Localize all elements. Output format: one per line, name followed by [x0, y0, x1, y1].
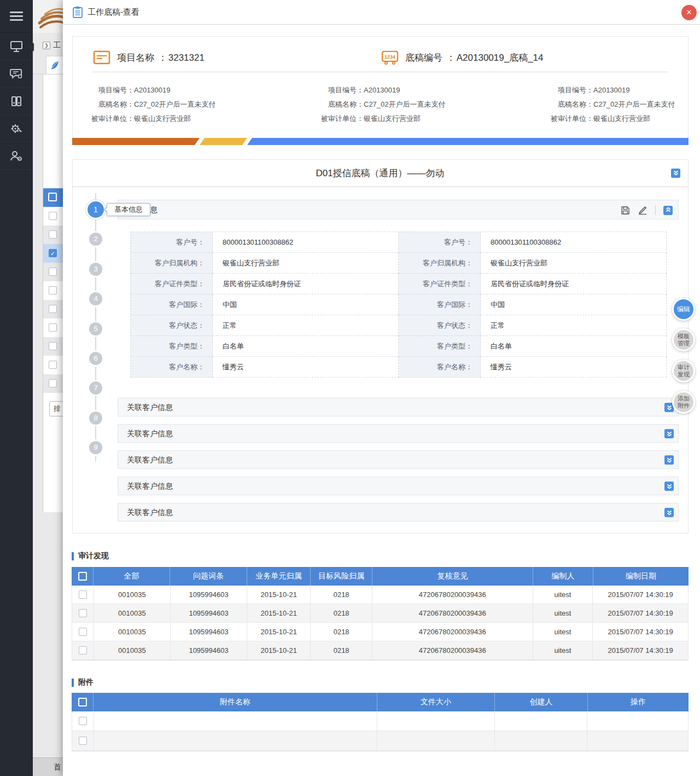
sidebar-item-settings[interactable] [0, 115, 33, 142]
section-collapse-button[interactable] [663, 206, 673, 215]
row-checkbox[interactable] [79, 717, 87, 725]
audit-table: 全部问题词条业务单元归属目标风险归属复核意见编制人编制日期00100351095… [72, 567, 689, 661]
background-row[interactable] [43, 281, 63, 300]
field-label: 客户类型： [399, 336, 481, 357]
info-value: 银雀山支行营业部 [593, 112, 650, 126]
row-checkbox-cell [72, 731, 94, 751]
field-value: 800001301100308862 [213, 232, 399, 253]
pager-first-button[interactable]: 首 [54, 762, 61, 772]
info-row: 项目编号：A20130019 [82, 83, 312, 97]
background-row[interactable] [43, 374, 63, 393]
field-label: 客户名称： [399, 357, 481, 378]
cell: uitest [533, 604, 593, 623]
project-name: 项目名称 ：3231321 [117, 51, 205, 64]
sidebar-item-workspace[interactable] [0, 33, 33, 60]
sidebar-item-archives[interactable] [0, 88, 33, 115]
info-colon: ： [586, 83, 593, 97]
sidebar-item-users[interactable] [0, 142, 33, 170]
expand-button[interactable] [664, 508, 674, 517]
info-row: 被审计单位：银雀山支行营业部 [541, 112, 678, 126]
row-checkbox[interactable] [49, 230, 57, 239]
row-checkbox[interactable] [79, 590, 87, 599]
expand-button[interactable] [664, 429, 674, 438]
step-6[interactable]: 6 [89, 352, 102, 365]
background-row[interactable] [43, 225, 63, 244]
save-button[interactable] [621, 206, 630, 215]
collapsed-sections: 关联客户信息关联客户信息关联客户信息关联客户信息关联客户信息 [118, 398, 679, 529]
cell: 0218 [311, 641, 372, 660]
row-checkbox[interactable]: ✓ [49, 249, 57, 257]
collapsed-section-bar[interactable]: 关联客户信息 [118, 424, 679, 443]
expand-button[interactable] [664, 482, 674, 491]
step-3[interactable]: 3 [89, 263, 102, 276]
background-row[interactable] [43, 300, 63, 318]
form-collapse-button[interactable] [671, 169, 680, 178]
field-colon: ： [197, 341, 205, 351]
field-colon: ： [465, 258, 472, 268]
select-all-checkbox[interactable] [48, 193, 57, 201]
background-table-header [43, 188, 63, 207]
field-colon: ： [197, 258, 205, 268]
cell: uitest [533, 641, 593, 660]
fab-audit[interactable]: 审计发现 [672, 360, 695, 383]
menu-toggle-button[interactable] [0, 0, 33, 33]
select-all-checkbox[interactable] [78, 572, 87, 581]
background-row[interactable] [43, 356, 63, 374]
step-8[interactable]: 8 [89, 412, 102, 425]
edit-button[interactable] [638, 205, 648, 215]
collapsed-section-bar[interactable]: 关联客户信息 [118, 450, 679, 469]
row-checkbox[interactable] [79, 737, 87, 745]
background-row[interactable] [43, 207, 63, 225]
sidebar-item-messages[interactable] [0, 60, 33, 88]
row-checkbox[interactable] [79, 628, 87, 636]
header-cell: 全部 [94, 567, 170, 586]
collapsed-section-bar[interactable]: 关联客户信息 [118, 503, 679, 522]
background-row[interactable] [43, 337, 63, 356]
step-7[interactable]: 7 [89, 381, 102, 395]
select-all-checkbox[interactable] [78, 698, 87, 706]
row-checkbox[interactable] [49, 323, 57, 332]
user-gear-icon [10, 150, 23, 162]
header-cell: 目标风险归属 [311, 567, 372, 586]
collapsed-section-bar[interactable]: 关联客户信息 [118, 398, 679, 416]
active-item-arrow [28, 43, 34, 51]
cell: 0010035 [94, 604, 171, 623]
info-label: 被审计单位 [312, 112, 357, 126]
cell: 2015/07/07 14:30:19 [593, 586, 688, 604]
step-9[interactable]: 9 [89, 441, 102, 454]
fab-edit[interactable]: 编辑 [672, 298, 695, 321]
row-checkbox[interactable] [49, 379, 57, 387]
chevron-double-down-icon [673, 169, 679, 178]
background-tab[interactable] [46, 56, 63, 74]
step-1[interactable]: 1 [88, 201, 104, 218]
expand-button[interactable] [664, 455, 674, 465]
row-checkbox[interactable] [49, 212, 57, 220]
fab-attach[interactable]: 添加附件 [672, 391, 695, 414]
row-checkbox[interactable] [79, 646, 87, 655]
row-checkbox[interactable] [49, 342, 57, 350]
background-row[interactable] [43, 263, 63, 281]
dialog-titlebar: 工作底稿-查看 ✕ [63, 0, 700, 25]
cell: 47206780200039436 [372, 586, 533, 604]
background-row[interactable]: ✓ [43, 244, 63, 263]
field-colon: ： [465, 321, 472, 331]
step-4[interactable]: 4 [89, 292, 102, 305]
header-cell: 文件大小 [377, 693, 495, 711]
row-checkbox[interactable] [79, 609, 87, 617]
row-checkbox[interactable] [49, 286, 57, 294]
step-2[interactable]: 2 [89, 233, 102, 246]
clipboard-icon [72, 6, 83, 19]
field-label: 客户状态： [131, 315, 213, 336]
background-row[interactable] [43, 318, 63, 337]
fab-label: 编辑 [677, 306, 690, 313]
row-checkbox[interactable] [49, 361, 57, 369]
row-checkbox[interactable] [49, 305, 57, 313]
info-value: C27_02开户后一直未支付 [593, 97, 675, 112]
cell: 2015/07/07 14:30:19 [593, 623, 688, 641]
row-checkbox[interactable] [49, 268, 57, 276]
close-button[interactable]: ✕ [681, 5, 697, 20]
step-5[interactable]: 5 [89, 322, 102, 335]
breadcrumb[interactable]: ❯ 工 [43, 40, 61, 50]
fab-template[interactable]: 模板管理 [672, 328, 695, 351]
collapsed-section-bar[interactable]: 关联客户信息 [118, 477, 679, 495]
